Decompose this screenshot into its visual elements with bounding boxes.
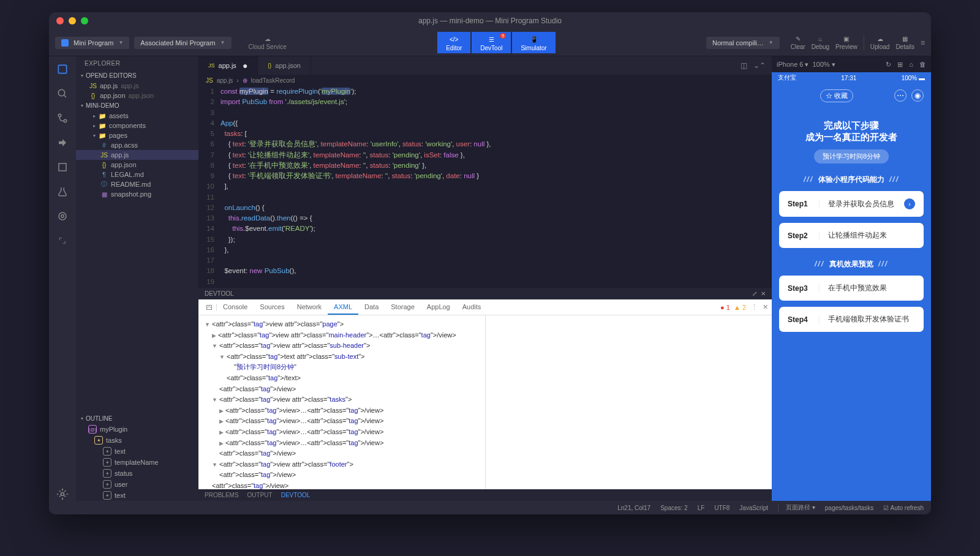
simulator-panel: iPhone 6 ▾ 100% ▾ ↻ ⊞ ⌂ 🗑 支付宝 17:31 100%… <box>772 56 931 501</box>
devtool-tab[interactable]: ☰ 5 DevTool <box>472 32 511 53</box>
target-icon[interactable] <box>56 209 69 223</box>
file-item[interactable]: JSapp.js <box>76 150 198 160</box>
outline-item[interactable]: ✦status <box>76 468 198 479</box>
expand-icon[interactable]: ⤢ <box>752 290 757 297</box>
encoding[interactable]: UTF8 <box>714 505 729 511</box>
svg-point-1 <box>58 89 65 96</box>
section-2-label: 真机效果预览 <box>779 259 924 269</box>
grid-icon[interactable]: ⊞ <box>897 61 903 69</box>
upload-icon: ☁ <box>877 36 883 42</box>
devtool-tab-sources[interactable]: Sources <box>254 300 290 315</box>
phone-frame[interactable]: 支付宝 17:31 100% ▬ ☆ 收藏 ⋯ ◉ 完成以下步骤 成为一名真正的… <box>772 72 931 501</box>
trash-icon[interactable]: 🗑 <box>919 61 926 69</box>
outline-item[interactable]: ✦user <box>76 479 198 490</box>
folder-item[interactable]: ▸📁components <box>76 121 198 130</box>
debug-button[interactable]: ⌂Debug <box>812 36 829 50</box>
device-selector[interactable]: iPhone 6 ▾ <box>777 61 809 69</box>
open-editor-item[interactable]: JSapp.js app.js <box>76 81 198 91</box>
editor-tab[interactable]: JSapp.js● <box>198 56 258 75</box>
editor-tab[interactable]: </> Editor <box>437 32 470 53</box>
extensions-icon[interactable] <box>56 136 69 149</box>
file-item[interactable]: ¶LEGAL.md <box>76 170 198 179</box>
axml-tree[interactable]: ▼ <attr">class="tag">view attr">class="p… <box>198 315 485 489</box>
cloud-service[interactable]: ☁ Cloud Service <box>249 36 287 50</box>
cursor-position[interactable]: Ln21, Col17 <box>617 505 650 511</box>
eol[interactable]: LF <box>698 505 705 511</box>
simulator-tab[interactable]: 📱 Simulator <box>512 32 555 53</box>
preview-button[interactable]: ▣Preview <box>835 36 858 50</box>
devtool-tab-console[interactable]: Console <box>217 300 254 315</box>
close-app-icon[interactable]: ◉ <box>911 89 924 102</box>
outline-item[interactable]: ✦tasks <box>76 435 198 446</box>
split-icon[interactable]: ◫ <box>741 61 747 70</box>
indent[interactable]: Spaces: 2 <box>660 505 687 511</box>
battery: 100% ▬ <box>902 75 925 81</box>
file-item[interactable]: #app.acss <box>76 140 198 150</box>
open-editors-section[interactable]: OPEND EDITORS <box>76 70 198 81</box>
clear-button[interactable]: ✎Clear <box>791 36 805 50</box>
output-tab[interactable]: OUTPUT <box>247 492 273 498</box>
devtool-bottom-tab[interactable]: DEVTOOL <box>281 492 311 498</box>
refresh-icon[interactable]: ↻ <box>886 61 891 69</box>
menu-icon[interactable]: ≡ <box>921 39 925 47</box>
outline-item[interactable]: [@]myPlugin <box>76 424 198 435</box>
associated-dropdown[interactable]: Associated Mini Program▼ <box>134 37 231 49</box>
file-item[interactable]: ▦snapshot.png <box>76 189 198 199</box>
settings-icon[interactable] <box>56 487 69 501</box>
close-window[interactable] <box>56 17 64 24</box>
editor-tab[interactable]: {}app.json <box>258 56 311 75</box>
file-item[interactable]: ⓘREADME.md <box>76 179 198 189</box>
npm-icon[interactable] <box>56 160 69 174</box>
step-card[interactable]: Step3在手机中预览效果 <box>779 276 924 301</box>
upload-button[interactable]: ☁Upload <box>870 36 890 50</box>
mini-program-dropdown[interactable]: Mini Program▼ <box>55 37 129 49</box>
outline-item[interactable]: ✦text <box>76 446 198 457</box>
close-icon[interactable]: ✕ <box>761 290 766 297</box>
error-count[interactable]: ● 1 <box>720 304 730 311</box>
beaker-icon[interactable] <box>56 185 69 198</box>
step-card[interactable]: Step2让轮播组件动起来 <box>779 223 924 248</box>
folder-item[interactable]: ▸📁assets <box>76 111 198 121</box>
outline-section[interactable]: OUTLINE <box>76 413 198 424</box>
explorer-icon[interactable] <box>56 62 69 76</box>
open-editor-item[interactable]: {}app.json app.json <box>76 91 198 100</box>
svg-rect-5 <box>59 163 66 171</box>
devtool-tab-storage[interactable]: Storage <box>385 300 421 315</box>
devtool-tab-network[interactable]: Network <box>291 300 328 315</box>
search-icon[interactable] <box>56 87 69 100</box>
project-section[interactable]: MINI-DEMO <box>76 100 198 111</box>
devtool-tab-applog[interactable]: AppLog <box>421 300 456 315</box>
code-editor[interactable]: 123456789101112131415161718192021222324 … <box>198 86 772 288</box>
problems-tab[interactable]: PROBLEMS <box>205 492 239 498</box>
details-button[interactable]: ▦Details <box>895 36 914 50</box>
inspect-icon[interactable]: ⮹ <box>202 304 217 311</box>
devtool-close-icon[interactable]: ✕ <box>763 303 768 311</box>
route-dropdown[interactable]: 页面路径 ▾ <box>778 503 815 512</box>
more-menu-icon[interactable]: ⋯ <box>894 89 907 102</box>
maximize-window[interactable] <box>81 17 88 24</box>
minimize-window[interactable] <box>69 17 76 24</box>
outline-item[interactable]: ✦text <box>76 490 198 501</box>
warning-count[interactable]: ▲ 2 <box>734 304 746 311</box>
breadcrumb[interactable]: JSapp.js›⊕loadTaskRecord <box>198 75 772 86</box>
scan-icon[interactable]: ⌜⌟ <box>56 234 69 247</box>
source-control-icon[interactable] <box>56 111 69 125</box>
compile-mode-dropdown[interactable]: Normal compili…▼ <box>706 37 780 49</box>
step-card[interactable]: Step4手机端领取开发体验证书 <box>779 307 924 332</box>
auto-refresh-toggle[interactable]: ☑ Auto refresh <box>883 505 924 511</box>
devtool-tab-axml[interactable]: AXML <box>328 300 358 315</box>
folder-item[interactable]: ▾📁pages <box>76 130 198 140</box>
outline-item[interactable]: ✦templateName <box>76 457 198 468</box>
hero-title-2: 成为一名真正的开发者 <box>779 132 924 143</box>
devtool-tab-audits[interactable]: Audits <box>456 300 488 315</box>
devtool-tab-data[interactable]: Data <box>358 300 385 315</box>
code-icon: </> <box>449 35 459 43</box>
devtool-more-icon[interactable]: ⋮ <box>746 303 763 311</box>
fav-button[interactable]: ☆ 收藏 <box>820 89 853 102</box>
more-icon[interactable]: ⌄⌃ <box>753 61 766 70</box>
file-item[interactable]: {}app.json <box>76 160 198 170</box>
language[interactable]: JavaScript <box>739 505 768 511</box>
zoom-selector[interactable]: 100% ▾ <box>813 61 835 69</box>
home-icon[interactable]: ⌂ <box>909 61 913 69</box>
step-card[interactable]: Step1登录并获取会员信息› <box>779 191 924 217</box>
